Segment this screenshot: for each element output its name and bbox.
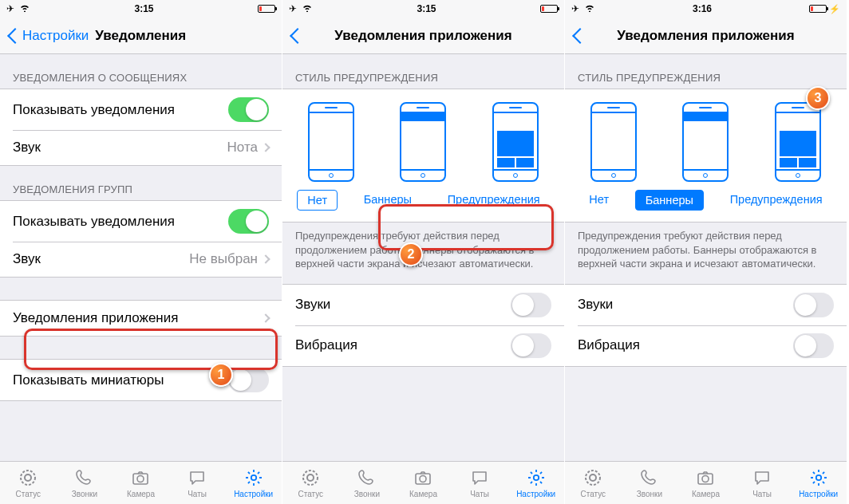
gear-icon [243,467,264,488]
tab-label: Чаты [188,490,207,498]
style-option-alerts[interactable]: Предупреждения [721,190,832,211]
status-icon [18,467,38,488]
camera-icon [695,467,716,488]
status-time: 3:15 [417,3,436,14]
row-group-show-notifications[interactable]: Показывать уведомления [0,201,282,242]
tab-calls[interactable]: Звонки [57,462,113,504]
style-preview-none[interactable] [590,102,637,182]
page-title: Уведомления приложения [282,28,564,44]
wifi-icon [584,3,595,14]
style-option-alerts[interactable]: Предупреждения [438,190,550,211]
switch-thumbnails[interactable] [228,368,269,392]
style-option-none[interactable]: Нет [579,190,618,211]
svg-point-5 [303,471,318,485]
switch-vibration[interactable] [793,333,834,358]
tabbar: Статус Звонки Камера Чаты Настройки [565,461,847,504]
back-chevron-icon[interactable] [572,28,588,44]
tab-status[interactable]: Статус [0,462,57,504]
section-header-groups: УВЕДОМЛЕНИЯ ГРУПП [0,166,282,200]
tab-settings[interactable]: Настройки [790,462,847,504]
svg-point-14 [815,475,820,480]
row-sounds[interactable]: Звуки [565,285,847,325]
battery-icon [258,5,275,13]
tab-label: Звонки [354,490,380,498]
row-sound[interactable]: Звук Нота [0,130,282,165]
tab-status[interactable]: Статус [565,462,622,504]
row-label: Показывать уведомления [13,102,175,118]
style-preview-none[interactable] [308,102,354,182]
tab-camera[interactable]: Камера [113,462,169,504]
wifi-icon [19,3,30,14]
status-time: 3:15 [134,3,153,14]
tab-label: Настройки [799,490,838,498]
tab-chats[interactable]: Чаты [452,462,508,504]
screen-1: ✈ 3:15 Настройки Уведомления УВЕДОМЛЕНИЯ… [0,0,282,504]
svg-point-4 [251,475,255,480]
chevron-right-icon [261,313,270,322]
switch-group-show[interactable] [228,209,269,234]
tab-settings[interactable]: Настройки [507,462,564,504]
tab-label: Статус [580,490,606,498]
tab-label: Чаты [752,490,772,498]
row-label: Показывать миниатюры [13,372,164,388]
svg-point-13 [702,476,709,482]
style-preview-alerts[interactable] [775,102,821,182]
style-option-none[interactable]: Нет [297,190,338,211]
row-label: Уведомления приложения [13,310,178,326]
row-vibration[interactable]: Вибрация [565,325,847,366]
chat-icon [187,467,207,488]
alert-style-picker: Нет Баннеры Предупреждения [565,89,847,222]
back-chevron-icon[interactable] [290,28,306,44]
airplane-icon: ✈ [571,3,579,14]
tab-calls[interactable]: Звонки [339,462,396,504]
airplane-icon: ✈ [6,3,14,14]
camera-icon [130,467,151,488]
svg-point-9 [533,475,538,480]
row-vibration[interactable]: Вибрация [282,325,564,366]
row-thumbnails[interactable]: Показывать миниатюры [0,360,282,400]
tab-camera[interactable]: Камера [677,462,734,504]
tab-calls[interactable]: Звонки [622,462,678,504]
tab-status[interactable]: Статус [282,462,339,504]
camera-icon [413,467,433,488]
section-header-messages: УВЕДОМЛЕНИЯ О СООБЩЕНИЯХ [0,54,282,89]
tab-label: Звонки [637,490,662,498]
wifi-icon [302,3,313,14]
back-button[interactable]: Настройки [22,28,89,44]
screen-3: ✈ 3:16 ⚡ Уведомления приложения СТИЛЬ ПР… [565,0,847,504]
switch-show-notifications[interactable] [228,97,269,122]
style-option-banners[interactable]: Баннеры [354,190,421,211]
switch-sounds[interactable] [793,293,834,317]
style-preview-alerts[interactable] [492,102,539,182]
tab-label: Камера [409,490,437,498]
svg-point-11 [590,474,596,481]
row-sounds[interactable]: Звуки [282,285,564,325]
style-preview-banners[interactable] [682,102,729,182]
row-app-notifications[interactable]: Уведомления приложения [0,301,282,336]
section-header-style: СТИЛЬ ПРЕДУПРЕЖДЕНИЯ [565,54,847,89]
row-label: Звук [13,140,41,156]
tab-camera[interactable]: Камера [395,462,452,504]
status-bar: ✈ 3:15 [282,0,564,18]
switch-sounds[interactable] [511,293,551,317]
chevron-right-icon [261,143,270,152]
status-time: 3:16 [693,3,712,14]
tab-chats[interactable]: Чаты [169,462,226,504]
row-label: Вибрация [295,337,357,353]
row-group-sound[interactable]: Звук Не выбран [0,242,282,277]
phone-icon [357,467,377,488]
row-show-notifications[interactable]: Показывать уведомления [0,89,282,130]
tab-chats[interactable]: Чаты [734,462,791,504]
charging-icon: ⚡ [829,4,840,14]
tab-settings[interactable]: Настройки [225,462,282,504]
phone-icon [74,467,95,488]
style-preview-banners[interactable] [400,102,446,182]
svg-point-8 [420,476,426,482]
row-label: Звуки [295,297,330,313]
svg-point-0 [21,471,35,485]
back-chevron-icon[interactable] [7,28,23,44]
svg-point-6 [307,474,314,481]
style-option-banners[interactable]: Баннеры [635,190,704,211]
switch-vibration[interactable] [511,333,551,358]
nav-header: Уведомления приложения [565,18,847,54]
